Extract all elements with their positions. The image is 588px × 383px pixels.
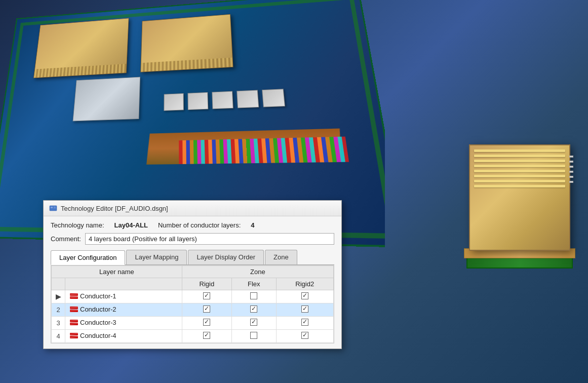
svg-rect-3 [54,208,56,208]
row-rigid-2[interactable]: ✓ [182,317,231,330]
dialog-titlebar: Technology Editor [DF_AUDIO.dsgn] [44,201,341,216]
row-rigid-1[interactable]: ✓ [182,303,231,317]
chip-large-1 [33,18,129,79]
checkbox-flex-0[interactable] [250,292,257,299]
row-name-0: Conductor-1 [65,290,182,303]
row-flex-2[interactable]: ✓ [231,317,276,330]
flex-cable-multi [179,137,349,164]
col-header-rigid2: Rigid2 [276,278,333,290]
conductor-icon-0 [69,293,79,299]
row-name-text-0: Conductor-1 [80,292,116,300]
checkbox-flex-3[interactable] [250,332,257,339]
checkbox-rigid-0[interactable]: ✓ [203,292,210,299]
col-header-layer-name: Layer name [52,266,182,278]
col-header-rigid: Rigid [182,278,231,290]
dialog-title: Technology Editor [DF_AUDIO.dsgn] [61,205,168,212]
row-name-3: Conductor-4 [65,330,182,343]
checkbox-rigid2-2[interactable]: ✓ [301,319,308,326]
conductor-icon-2 [69,319,79,326]
tech-name: Lay04-ALL [114,221,148,229]
comment-input[interactable] [85,233,334,245]
checkbox-rigid-1[interactable]: ✓ [203,305,210,313]
row-rigid2-1[interactable]: ✓ [276,303,333,317]
row-flex-1[interactable]: ✓ [231,303,276,317]
svg-rect-1 [51,207,53,208]
checkbox-rigid2-0[interactable]: ✓ [301,292,308,299]
row-rigid2-3[interactable]: ✓ [276,330,333,343]
row-num-2: 3 [52,317,65,330]
checkbox-rigid-3[interactable]: ✓ [203,332,210,339]
conductor-icon-3 [69,332,79,339]
tech-label: Technology name: [51,221,104,229]
row-num-1: 2 [52,303,65,317]
right-connector [466,137,573,269]
technology-editor-dialog: Technology Editor [DF_AUDIO.dsgn] Techno… [43,200,342,349]
chip-large-2 [140,14,233,72]
svg-rect-2 [54,207,56,207]
row-rigid-3[interactable]: ✓ [182,330,231,343]
col-header-zone: Zone [182,266,333,278]
row-name-text-3: Conductor-4 [80,332,116,339]
checkbox-rigid2-3[interactable]: ✓ [301,332,308,339]
col-header-num [52,278,65,290]
dialog-icon [49,204,58,213]
row-rigid-0[interactable]: ✓ [182,290,231,303]
info-row: Technology name: Lay04-ALL Number of con… [51,221,334,229]
col-header-flex: Flex [231,278,276,290]
row-num-3: 4 [52,330,65,343]
conductor-icon-1 [69,306,79,313]
row-name-text-1: Conductor-2 [80,305,116,313]
checkbox-rigid-2[interactable]: ✓ [203,319,210,326]
col-header-name [65,278,182,290]
row-flex-3[interactable] [231,330,276,343]
row-name-1: Conductor-2 [65,303,182,317]
row-num-0: ▶ [52,290,65,303]
tab-layer-display-order[interactable]: Layer Display Order [188,250,264,264]
checkbox-rigid2-1[interactable]: ✓ [301,305,308,313]
row-rigid2-2[interactable]: ✓ [276,317,333,330]
chip-med [73,77,141,122]
conductor-count: 4 [251,221,254,229]
tab-layer-configuration[interactable]: Layer Configuration [51,250,125,265]
tab-zone[interactable]: Zone [265,250,297,264]
tab-layer-mapping[interactable]: Layer Mapping [126,250,187,264]
row-name-text-2: Conductor-3 [80,319,116,326]
row-name-2: Conductor-3 [65,317,182,330]
checkbox-flex-2[interactable]: ✓ [250,319,257,326]
conductor-label: Number of conductor layers: [158,221,241,229]
checkbox-flex-1[interactable]: ✓ [250,305,257,313]
tabs-container: Layer Configuration Layer Mapping Layer … [51,250,334,265]
dialog-body: Technology name: Lay04-ALL Number of con… [44,216,341,349]
layer-table: Layer name Zone Rigid Flex Rigid2 ▶ [51,265,334,343]
row-rigid2-0[interactable]: ✓ [276,290,333,303]
comment-label: Comment: [51,235,81,243]
comment-row: Comment: [51,233,334,245]
row-flex-0[interactable] [231,290,276,303]
